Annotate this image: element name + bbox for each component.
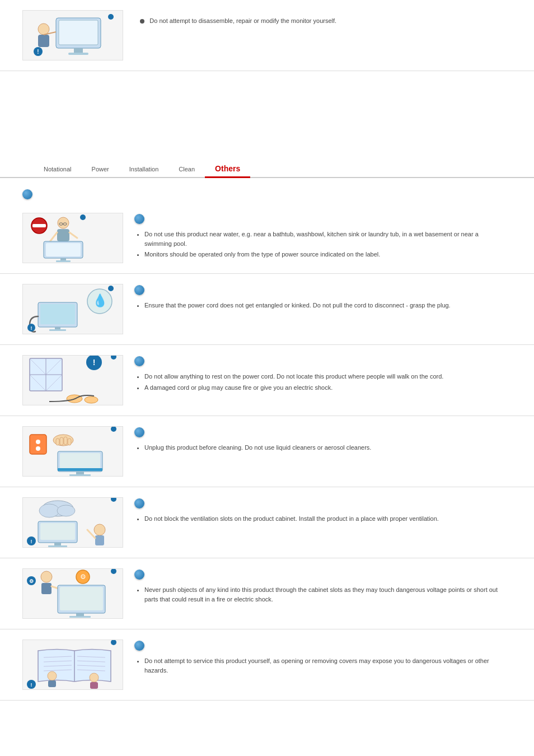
svg-point-23 — [80, 214, 86, 220]
section-5-bullet-1: Do not block the ventilation slots on th… — [144, 514, 500, 524]
svg-rect-77 — [60, 587, 103, 610]
section-7-bullets: Do not attempt to service this product y… — [134, 656, 500, 675]
svg-rect-45 — [30, 435, 46, 454]
svg-point-96 — [90, 673, 99, 682]
intro-content: Do not attempt to disassemble, repair or… — [134, 10, 500, 25]
svg-rect-52 — [68, 438, 71, 445]
section-5-icon — [134, 498, 144, 508]
svg-rect-69 — [95, 535, 104, 545]
section-2-icon — [134, 285, 144, 295]
svg-point-32 — [108, 286, 114, 291]
svg-rect-54 — [60, 453, 100, 469]
page-section-label — [0, 178, 534, 203]
section-6: ⚙ ⚙ Never push objects of any kind into … — [0, 558, 534, 629]
svg-text:!: ! — [30, 539, 32, 544]
section-7-bullet-1: Do not attempt to service this product y… — [144, 656, 500, 675]
tab-clean[interactable]: Clean — [168, 162, 205, 176]
svg-text:⚙: ⚙ — [29, 578, 34, 584]
svg-rect-63 — [40, 523, 75, 540]
svg-text:!: ! — [30, 325, 32, 331]
svg-rect-3 — [68, 53, 88, 55]
section-6-bullets: Never push objects of any kind into this… — [134, 585, 500, 604]
svg-rect-57 — [58, 468, 102, 471]
svg-point-94 — [48, 671, 57, 680]
section-3-image: ! — [22, 355, 123, 405]
svg-point-46 — [36, 440, 40, 444]
section-4-icon — [134, 427, 144, 437]
svg-line-17 — [49, 232, 57, 242]
svg-rect-2 — [74, 48, 83, 53]
svg-point-41 — [85, 396, 98, 403]
section-1-bullet-2: Monitors should be operated only from th… — [144, 250, 500, 259]
section-5-content: Do not block the ventilation slots on th… — [134, 497, 500, 525]
intro-image: ! — [22, 10, 123, 60]
section-3: ! Do not allow anything to rest on the p… — [0, 345, 534, 416]
svg-point-12 — [58, 217, 69, 228]
section-1-bullet-1: Do not use this product near water, e.g.… — [144, 230, 500, 248]
section-2: 💧 ! Ensure that the power cord does not … — [0, 274, 534, 345]
svg-rect-1 — [59, 20, 98, 45]
section-4: Unplug this product before cleaning. Do … — [0, 416, 534, 487]
top-intro-section: ! Do not attempt to disassemble, repair … — [0, 0, 534, 71]
svg-point-100 — [111, 640, 116, 645]
section-7-icon — [134, 641, 144, 651]
section-6-image: ⚙ ⚙ — [22, 568, 123, 619]
tab-others[interactable]: Others — [205, 161, 250, 178]
svg-rect-56 — [69, 474, 91, 476]
intro-bullet-text: Do not attempt to disassemble, repair or… — [149, 17, 336, 24]
section-5: ! Do not block the ventilation slots on … — [0, 487, 534, 558]
section-1: Do not use this product near water, e.g.… — [0, 203, 534, 274]
svg-rect-79 — [69, 616, 91, 618]
svg-text:⚙: ⚙ — [79, 573, 86, 581]
section-3-bullet-2: A damaged cord or plug may cause fire or… — [144, 383, 500, 393]
tab-power[interactable]: Power — [82, 162, 119, 176]
svg-rect-50 — [60, 437, 63, 445]
svg-rect-27 — [49, 329, 66, 331]
svg-text:💧: 💧 — [92, 293, 107, 308]
section-1-content: Do not use this product near water, e.g.… — [134, 213, 500, 261]
svg-point-4 — [38, 24, 49, 35]
svg-point-71 — [111, 497, 116, 502]
svg-point-61 — [57, 505, 75, 516]
svg-rect-49 — [56, 438, 59, 445]
section-3-content: Do not allow anything to rest on the pow… — [134, 355, 500, 394]
svg-rect-16 — [57, 229, 69, 241]
section-1-icon — [134, 214, 144, 224]
svg-point-47 — [36, 446, 40, 451]
section-3-bullets: Do not allow anything to rest on the pow… — [134, 372, 500, 392]
tab-notational[interactable]: Notational — [34, 162, 82, 176]
section-7-content: Do not attempt to service this product y… — [134, 640, 500, 676]
section-7: ! Do not attempt to service this product… — [0, 629, 534, 701]
svg-rect-95 — [48, 680, 56, 687]
section-6-content: Never push objects of any kind into this… — [134, 568, 500, 605]
svg-point-44 — [111, 355, 116, 360]
section-2-content: Ensure that the power cord does not get … — [134, 284, 500, 312]
section-3-bullet-1: Do not allow anything to rest on the pow… — [144, 372, 500, 381]
section-5-bullets: Do not block the ventilation slots on th… — [134, 514, 500, 524]
svg-rect-20 — [46, 243, 81, 256]
svg-point-68 — [94, 524, 105, 535]
section-4-bullet-1: Unplug this product before cleaning. Do … — [144, 443, 500, 452]
section-4-image — [22, 426, 123, 477]
svg-rect-25 — [40, 304, 75, 324]
svg-rect-5 — [38, 35, 49, 47]
svg-rect-97 — [90, 682, 98, 689]
nav-tabs: Notational Power Installation Clean Othe… — [0, 161, 534, 178]
svg-point-72 — [41, 571, 52, 582]
section-1-image — [22, 213, 123, 263]
svg-text:!: ! — [92, 358, 95, 367]
section-2-image: 💧 ! — [22, 284, 123, 334]
tab-installation[interactable]: Installation — [119, 162, 169, 176]
svg-point-9 — [108, 14, 114, 20]
svg-rect-65 — [48, 545, 67, 547]
svg-rect-22 — [56, 260, 71, 262]
section-2-bullet-1: Ensure that the power cord does not get … — [144, 301, 500, 310]
section-6-bullet-1: Never push objects of any kind into this… — [144, 585, 500, 604]
svg-rect-51 — [64, 437, 67, 445]
svg-rect-11 — [32, 224, 46, 227]
section-header-icon — [22, 189, 32, 199]
svg-text:!: ! — [37, 49, 39, 55]
svg-line-18 — [69, 232, 77, 238]
svg-text:!: ! — [30, 682, 32, 688]
svg-point-58 — [111, 426, 116, 432]
